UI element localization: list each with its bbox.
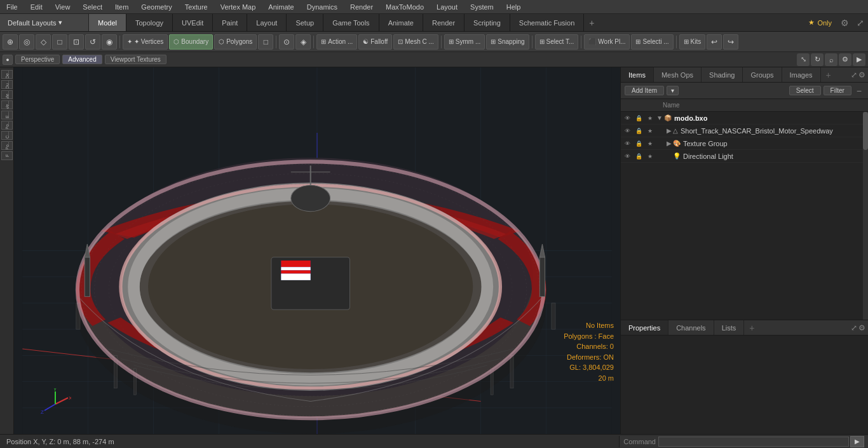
tab-animate[interactable]: Animate [379,14,423,31]
tab-schematic[interactable]: Schematic Fusion [510,14,584,31]
item-row-shorttrack[interactable]: 👁 🔒 ★ ▶ △ Short_Track_NASCAR_Bristol_Mot… [621,125,863,137]
tab-uvedit[interactable]: UVEdit [173,14,213,31]
tab-layout[interactable]: Layout [247,14,287,31]
menu-animate[interactable]: Animate [262,2,300,12]
menu-texture[interactable]: Texture [179,2,214,12]
tool-action-btn[interactable]: ⊞ Action ... [316,34,357,50]
tool-kits-btn[interactable]: ⊞ Kits [679,34,706,50]
prop-settings-icon[interactable]: ⚙ [858,323,865,332]
ls-btn-de[interactable]: De... [1,70,13,79]
prop-tab-lists[interactable]: Lists [714,320,745,335]
panel-tab-meshops[interactable]: Mesh Ops [654,67,702,82]
menu-geometry[interactable]: Geometry [135,2,178,12]
tool-symm-btn[interactable]: ⊞ Symm ... [444,34,485,50]
panel-expand-icon[interactable]: ⤢ [851,71,857,79]
tool-undo-icon[interactable]: ↩ [707,34,722,50]
tool-boundary-btn[interactable]: ⬡ Boundary [169,34,213,50]
tool-rotate-icon[interactable]: ↺ [85,34,100,50]
lock-icon-texgroup[interactable]: 🔒 [634,139,644,149]
tool-selecti-btn[interactable]: ⊞ Selecti ... [631,34,673,50]
panel-tab-add[interactable]: + [821,67,836,82]
panel-tab-shading[interactable]: Shading [702,67,743,82]
menu-help[interactable]: Help [500,2,527,12]
lock-icon-dirlight[interactable]: 🔒 [634,151,644,161]
panel-tab-images[interactable]: Images [782,67,821,82]
lock-icon-shorttrack[interactable]: 🔒 [634,126,644,136]
tab-scripting[interactable]: Scripting [465,14,510,31]
tab-topology[interactable]: Topology [126,14,173,31]
add-item-button[interactable]: Add Item [625,86,664,95]
lock-icon-modo[interactable]: 🔒 [634,113,644,123]
filter-button[interactable]: Filter [824,86,851,95]
tab-add[interactable]: + [584,14,599,31]
layout-dropdown[interactable]: Default Layouts ▾ [0,14,89,31]
tab-model[interactable]: Model [89,14,126,31]
menu-maxtomodo[interactable]: MaxToModo [379,2,430,12]
ls-btn-me[interactable]: Me... [1,90,13,99]
tool-snapping-btn[interactable]: ⊞ Snapping [486,34,529,50]
tool-open-icon[interactable]: ◎ [19,34,34,50]
tool-vertices-btn[interactable]: ✦ ✦ Vertices [123,34,168,50]
star-icon-modo[interactable]: ★ [645,113,655,123]
tool-grid-sq-icon[interactable]: ⊡ [69,34,84,50]
eye-icon-modo[interactable]: 👁 [622,113,632,123]
prop-tab-add[interactable]: + [744,320,759,335]
vp-more-icon[interactable]: ▶ [853,53,865,66]
star-icon-shorttrack[interactable]: ★ [645,126,655,136]
vp-perspective-btn[interactable]: Perspective [15,55,60,64]
tool-circle-icon[interactable]: ◉ [102,34,117,50]
vp-orbit-icon[interactable]: ↻ [811,53,824,66]
command-input[interactable] [658,437,849,447]
star-icon-texgroup[interactable]: ★ [645,139,655,149]
menu-view[interactable]: View [49,2,77,12]
ls-btn-f[interactable]: F [1,151,13,160]
eye-icon-dirlight[interactable]: 👁 [622,151,632,161]
vp-toggle-icon[interactable]: ● [3,55,13,65]
eye-icon-shorttrack[interactable]: 👁 [622,126,632,136]
tool-mesh-icon[interactable]: □ [258,34,273,50]
tool-diamond-icon[interactable]: ◇ [36,34,51,50]
menu-item[interactable]: Item [109,2,135,12]
tool-workpl-btn[interactable]: ⬛ Work Pl... [584,34,630,50]
item-row-modo[interactable]: 👁 🔒 ★ ▼ 📦 modo.bxo [621,112,863,125]
panel-tab-items[interactable]: Items [621,67,654,82]
tool-circle2-icon[interactable]: ⊙ [279,34,294,50]
ls-btn-ve[interactable]: Ve... [1,100,13,109]
panel-settings-icon[interactable]: ⚙ [858,71,865,79]
menu-dynamics[interactable]: Dynamics [301,2,344,12]
item-row-dirlight[interactable]: 👁 🔒 ★ ▶ 💡 Directional Light [621,150,863,163]
tab-paint[interactable]: Paint [213,14,247,31]
tab-render[interactable]: Render [423,14,465,31]
ls-btn-du[interactable]: Du... [1,80,13,89]
menu-layout[interactable]: Layout [430,2,464,12]
vp-zoom-icon[interactable]: ⌕ [825,53,837,66]
items-minus-icon[interactable]: − [854,86,864,96]
tab-expand-icon[interactable]: ⤢ [853,14,868,31]
add-item-dropdown[interactable]: ▾ [667,86,679,95]
prop-tab-channels[interactable]: Channels [668,320,714,335]
eye-icon-texgroup[interactable]: 👁 [622,139,632,149]
vp-textures-btn[interactable]: Viewport Textures [105,55,166,64]
prop-expand-icon[interactable]: ⤢ [851,323,857,332]
vp-navigate-icon[interactable]: ⤡ [797,53,810,66]
menu-vertexmap[interactable]: Vertex Map [214,2,262,12]
menu-edit[interactable]: Edit [24,2,49,12]
menu-select[interactable]: Select [76,2,109,12]
menu-system[interactable]: System [464,2,500,12]
viewport[interactable]: X Y Z No Items Polygons : Face Channels:… [14,67,620,434]
tool-redo-icon[interactable]: ↪ [723,34,738,50]
tool-new-icon[interactable]: ⊕ [3,34,18,50]
select-button[interactable]: Select [789,86,821,95]
ls-btn-po2[interactable]: Po... [1,141,13,150]
tab-gametools[interactable]: Game Tools [323,14,379,31]
tool-mesh-c-btn[interactable]: ⊡ Mesh C ... [393,34,438,50]
ls-btn-e[interactable]: E... [1,111,13,119]
tab-setup[interactable]: Setup [287,14,323,31]
tab-star-only[interactable]: ★ Only [803,14,837,31]
ls-btn-po[interactable]: Po... [1,121,13,130]
tool-falloff-btn[interactable]: ☯ Falloff [358,34,392,50]
vp-advanced-btn[interactable]: Advanced [62,55,102,64]
tab-settings-icon[interactable]: ⚙ [837,14,853,31]
item-row-texgroup[interactable]: 👁 🔒 ★ ▶ 🎨 Texture Group [621,137,863,150]
vp-fullscreen-icon[interactable]: ⚙ [839,53,851,66]
